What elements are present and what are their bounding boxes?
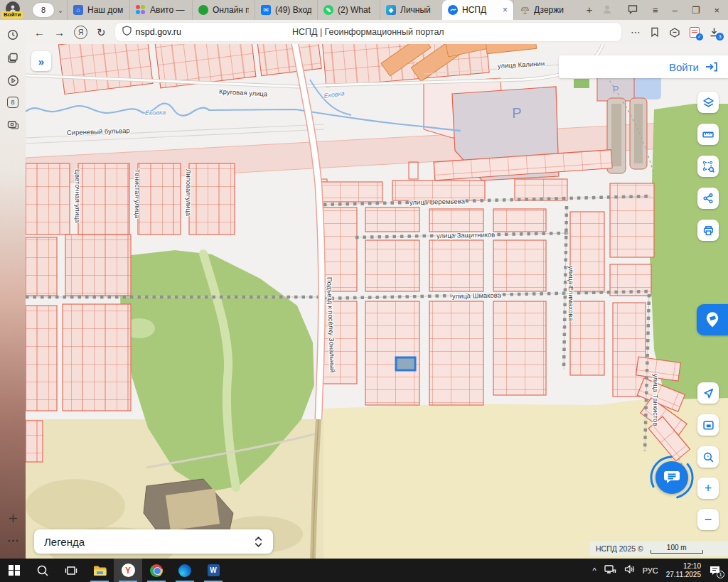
attribution-text: НСПД 2025 © xyxy=(596,544,643,553)
video-icon[interactable] xyxy=(6,74,19,87)
map-canvas[interactable]: Р Р xyxy=(26,44,728,559)
tab-avito[interactable]: Авито — xyxy=(129,0,192,20)
volume-icon[interactable] xyxy=(624,564,635,577)
support-chat[interactable] xyxy=(649,455,695,500)
notification-center-button[interactable]: 1 xyxy=(709,565,721,576)
services-icon[interactable] xyxy=(6,51,19,64)
chat-button[interactable] xyxy=(655,461,688,494)
network-icon[interactable] xyxy=(604,564,616,577)
word-button[interactable]: W xyxy=(199,559,228,582)
address-bar[interactable]: nspd.gov.ru НСПД | Геоинформационный пор… xyxy=(115,23,621,41)
tab-list-chevron-icon[interactable]: ⌄ xyxy=(54,6,67,14)
window-minimize-button[interactable]: – xyxy=(673,5,678,16)
task-view-button[interactable] xyxy=(57,559,85,582)
map-login-bar[interactable]: Войти xyxy=(559,55,728,78)
legend-expand-icon xyxy=(254,536,263,548)
selected-parcel[interactable] xyxy=(396,357,415,370)
bookmark-icon[interactable] xyxy=(650,27,660,38)
sidebar-add-icon[interactable] xyxy=(6,512,19,524)
task-view-icon xyxy=(65,565,77,576)
tab-label: Личный xyxy=(400,5,437,15)
tab-close-icon[interactable]: × xyxy=(503,5,508,15)
double-chevron-icon: » xyxy=(38,55,44,68)
collections-icon[interactable] xyxy=(669,27,680,38)
map-attribution: НСПД 2025 © 100 m xyxy=(590,541,728,556)
street-veremyeva: улица Веремьева xyxy=(410,197,466,206)
tab-label: Авито — xyxy=(150,5,186,15)
draw-panel-tab[interactable] xyxy=(697,304,728,335)
more-actions-icon[interactable]: ⋯ xyxy=(631,26,641,38)
print-button[interactable] xyxy=(697,220,719,241)
taskbar-time: 12:10 xyxy=(666,562,701,571)
language-indicator[interactable]: РУС xyxy=(643,566,658,575)
screenshot-icon[interactable] xyxy=(6,118,19,131)
extension-icon[interactable]: ✓ xyxy=(690,27,700,38)
taskbar-search-button[interactable] xyxy=(28,559,57,582)
browser-menu-icon[interactable]: ≡ xyxy=(653,5,658,16)
window-close-button[interactable]: × xyxy=(714,5,719,16)
expand-panel-button[interactable]: » xyxy=(31,51,51,71)
yandex-browser-icon: Y xyxy=(122,564,135,577)
file-explorer-button[interactable] xyxy=(85,559,114,582)
browser-chat-icon[interactable] xyxy=(627,4,638,17)
tab-lichny[interactable]: ◆ Личный xyxy=(380,0,442,20)
browser-toolbar: ← → Я ↻ nspd.gov.ru НСПД | Геоинформацио… xyxy=(26,20,728,44)
area-search-icon xyxy=(702,161,714,173)
start-button[interactable] xyxy=(0,559,28,582)
area-search-button[interactable] xyxy=(697,156,719,177)
forward-button[interactable]: → xyxy=(54,27,65,38)
tab-counter[interactable]: 8 xyxy=(33,3,54,17)
overview-frame-button[interactable] xyxy=(697,414,719,436)
tab-mail[interactable]: ✉ (49) Вход xyxy=(255,0,317,20)
sidebar-more-icon[interactable] xyxy=(6,534,19,547)
taskbar-clock[interactable]: 12:10 27.11.2025 xyxy=(666,562,701,578)
map-viewport: Р Р xyxy=(26,44,728,559)
ruler-icon xyxy=(702,129,714,141)
street-epimakhova: улица Епимахова xyxy=(567,266,575,321)
tab-dzerzhinsky[interactable]: Дзержи xyxy=(513,0,576,20)
tab-label: (49) Вход xyxy=(275,5,311,15)
share-button[interactable] xyxy=(697,188,719,209)
tab-label: Онлайн п xyxy=(213,5,249,15)
tab-nspd-active[interactable]: НСПД × xyxy=(442,0,513,20)
tab-whatsapp[interactable]: (2) What xyxy=(317,0,380,20)
system-tray: ^ РУС 12:10 27.11.2025 1 xyxy=(592,562,728,578)
site-security-shield-icon[interactable] xyxy=(122,26,132,38)
downloads-icon[interactable]: 3 xyxy=(709,27,719,38)
zoom-to-area-button[interactable] xyxy=(697,446,719,468)
minus-icon: − xyxy=(705,512,712,527)
browser-sidebar: 8 xyxy=(0,20,26,559)
locate-button[interactable] xyxy=(697,382,719,404)
yandex-home-button[interactable]: Я xyxy=(74,26,87,39)
ruler-button[interactable] xyxy=(697,124,719,145)
browser-avatar-icon[interactable] xyxy=(601,4,613,17)
explorer-icon xyxy=(93,565,107,576)
street-tankistov: улица Танкистов xyxy=(652,374,660,426)
river-label: Ековка xyxy=(145,109,166,117)
new-tab-button[interactable]: + xyxy=(580,1,599,19)
nash-dom-icon: ⌂ xyxy=(73,5,83,15)
street-tsvetochnaya: Цветочная улица xyxy=(74,169,82,223)
refresh-button[interactable]: ↻ xyxy=(97,27,106,38)
tray-expand-icon[interactable]: ^ xyxy=(592,566,596,575)
tab-online[interactable]: Онлайн п xyxy=(192,0,255,20)
browser-profile[interactable]: Войти xyxy=(0,0,27,20)
window-restore-button[interactable]: ❐ xyxy=(692,5,700,16)
tab-nash-dom[interactable]: ⌂ Наш дом xyxy=(67,0,129,20)
zoom-in-button[interactable]: + xyxy=(697,478,719,499)
edge-icon xyxy=(178,564,191,577)
plus-icon: + xyxy=(705,481,712,496)
street-lipovaya: Липовая улица xyxy=(185,169,193,217)
layers-button[interactable] xyxy=(697,92,719,113)
zoom-out-button[interactable]: − xyxy=(697,509,719,530)
word-icon: W xyxy=(208,564,220,576)
chrome-button[interactable] xyxy=(142,559,171,582)
yandex-browser-button[interactable]: Y xyxy=(114,559,142,582)
sidebar-tabs-badge[interactable]: 8 xyxy=(7,97,18,108)
back-button[interactable]: ← xyxy=(34,27,45,38)
downloads-badge: 3 xyxy=(716,33,724,41)
legend-bar[interactable]: Легенда xyxy=(34,529,273,554)
edge-button[interactable] xyxy=(171,559,199,582)
profile-login-badge: Войти xyxy=(1,11,23,18)
history-icon[interactable] xyxy=(6,28,19,41)
